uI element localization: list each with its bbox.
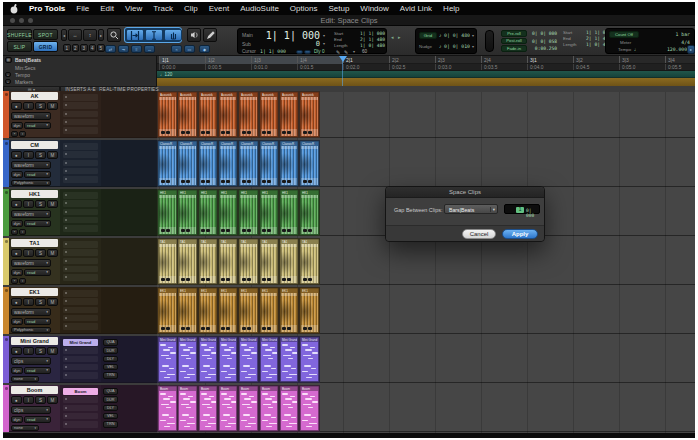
- solo-button[interactable]: S: [35, 151, 46, 159]
- post-roll-value[interactable]: 0| 0| 058: [532, 39, 557, 44]
- clip-ak-2[interactable]: Acoustik: [178, 92, 197, 137]
- solo-button[interactable]: S: [35, 298, 46, 306]
- clip-boom-5[interactable]: Boom: [239, 386, 258, 431]
- clip-hk1-5[interactable]: HK1: [239, 190, 258, 235]
- track-name[interactable]: AK: [11, 92, 58, 100]
- toolbar-option-button-1[interactable]: ⇥: [118, 45, 129, 53]
- rtp-dly[interactable]: DLY: [103, 356, 118, 363]
- audio-zoom-button[interactable]: ↕: [83, 29, 97, 41]
- toolbar-option-button-6[interactable]: ◆: [199, 45, 210, 53]
- clip-cm-8[interactable]: ClassicR: [300, 141, 319, 186]
- record-enable-button[interactable]: ●: [11, 396, 22, 404]
- automation-dyn-button[interactable]: dyn: [11, 318, 23, 325]
- clip-hk1-8[interactable]: HK1: [300, 190, 319, 235]
- insert-slot-c[interactable]: [63, 258, 98, 265]
- zoom-preset-1[interactable]: 1: [63, 44, 71, 52]
- nudge-value[interactable]: 0| 0| 010: [444, 44, 470, 49]
- rtp-vel[interactable]: VEL: [103, 364, 118, 371]
- track-lane[interactable]: ClassicRClassicRClassicRClassicRClassicR…: [157, 140, 695, 187]
- toolbar-divider-handle[interactable]: [485, 30, 494, 52]
- track-view-selector[interactable]: waveform▾: [11, 161, 51, 169]
- menu-item-clip[interactable]: Clip: [184, 4, 198, 13]
- clip-ta1-1[interactable]: TA1: [158, 239, 177, 284]
- clip-hk1-6[interactable]: HK1: [260, 190, 279, 235]
- clip-ta1-4[interactable]: TA1: [219, 239, 238, 284]
- insert-slot-d[interactable]: [63, 413, 98, 420]
- clip-cm-6[interactable]: ClassicR: [260, 141, 279, 186]
- grid-value[interactable]: 0| 0| 480: [444, 33, 470, 38]
- rtp-trn[interactable]: TRN: [103, 421, 118, 428]
- clip-ek1-1[interactable]: EK1: [158, 288, 177, 333]
- track-name[interactable]: CM: [11, 141, 58, 149]
- gap-value-field[interactable]: 1 0| 000: [504, 204, 540, 214]
- insert-slot-b[interactable]: [63, 298, 98, 305]
- zoom-preset-4[interactable]: 4: [89, 44, 97, 52]
- insert-slot-d[interactable]: [63, 364, 98, 371]
- record-enable-button[interactable]: ●: [11, 200, 22, 208]
- menu-item-avid-link[interactable]: Avid Link: [400, 4, 432, 13]
- track-view-selector[interactable]: clips▾: [11, 357, 51, 365]
- clip-ak-5[interactable]: Acoustik: [239, 92, 258, 137]
- elastic-audio-icon[interactable]: ▪: [11, 229, 18, 235]
- clip-ek1-4[interactable]: EK1: [219, 288, 238, 333]
- clip-boom-1[interactable]: Boom: [158, 386, 177, 431]
- min-secs-ruler[interactable]: 0:00.00:00.50:01.00:01.50:02.00:02.50:03…: [157, 64, 695, 71]
- record-enable-button[interactable]: ●: [11, 249, 22, 257]
- tempo-ruler[interactable]: ♩120: [157, 71, 695, 78]
- insert-slot-d[interactable]: [63, 217, 98, 224]
- insert-slot-a[interactable]: [63, 143, 98, 150]
- nudge-dropdown-icon[interactable]: ▾: [472, 44, 474, 49]
- menu-item-view[interactable]: View: [125, 4, 142, 13]
- menu-item-options[interactable]: Options: [290, 4, 318, 13]
- trim-tool-button[interactable]: [126, 29, 144, 41]
- track-lane[interactable]: BoomBoomBoomBoomBoomBoomBoomBoom: [157, 385, 695, 432]
- elastic-audio-selector[interactable]: Polyphonic▾: [11, 327, 51, 334]
- selection-value[interactable]: 2| 1| 480: [360, 37, 385, 42]
- add-tempo-icon[interactable]: +: [5, 72, 11, 77]
- clip-mini-grand-6[interactable]: Mini Grand: [260, 337, 279, 382]
- track-view-selector[interactable]: waveform▾: [11, 210, 51, 218]
- solo-button[interactable]: S: [35, 396, 46, 404]
- cancel-button[interactable]: Cancel: [462, 229, 496, 239]
- pencil-mini-icon[interactable]: ✎: [336, 49, 340, 55]
- edit-mode-grid[interactable]: GRID: [33, 41, 58, 52]
- horizontal-zoom-button[interactable]: ↔: [68, 29, 82, 41]
- track-view-selector[interactable]: waveform▾: [11, 259, 51, 267]
- input-monitor-button[interactable]: I: [23, 200, 34, 208]
- nudge-note-icon[interactable]: ♪: [439, 43, 442, 49]
- pencil-tool-button[interactable]: [203, 28, 217, 42]
- insert-slot-a[interactable]: [63, 290, 98, 297]
- insert-plugin-mini-grand[interactable]: Mini Grand: [63, 339, 98, 346]
- edit-mode-shuffle[interactable]: SHUFFLE: [7, 29, 32, 40]
- mute-button[interactable]: M: [47, 396, 58, 404]
- insert-slot-e[interactable]: [63, 176, 98, 183]
- menu-item-track[interactable]: Track: [153, 4, 173, 13]
- mute-button[interactable]: M: [47, 249, 58, 257]
- insert-plugin-boom[interactable]: Boom: [63, 388, 98, 395]
- clip-boom-7[interactable]: Boom: [280, 386, 299, 431]
- grabber-tool-button[interactable]: [164, 29, 182, 41]
- clip-hk1-1[interactable]: HK1: [158, 190, 177, 235]
- automation-mode-selector[interactable]: read▾: [24, 416, 51, 423]
- grid-note-icon[interactable]: ♪: [439, 32, 442, 38]
- automation-dyn-button[interactable]: dyn: [11, 122, 23, 129]
- selector-tool-button[interactable]: [145, 29, 163, 41]
- automation-mode-selector[interactable]: read▾: [24, 269, 51, 276]
- rtp-qua[interactable]: QUA: [103, 388, 118, 395]
- track-name[interactable]: Boom: [11, 386, 58, 394]
- patch-selector[interactable]: none▾: [11, 376, 39, 383]
- insert-slot-b[interactable]: [63, 151, 98, 158]
- insert-slot-a[interactable]: [63, 241, 98, 248]
- audio-zoom-in-icon[interactable]: ◂: [391, 34, 394, 40]
- clip-mini-grand-2[interactable]: Mini Grand: [178, 337, 197, 382]
- automation-dyn-button[interactable]: dyn: [11, 220, 23, 227]
- solo-button[interactable]: S: [35, 347, 46, 355]
- linearity-dropdown-icon[interactable]: ▾: [353, 49, 355, 54]
- audio-zoom-out-icon[interactable]: ▸: [398, 34, 401, 40]
- clip-mini-grand-1[interactable]: Mini Grand: [158, 337, 177, 382]
- insert-slot-c[interactable]: [63, 356, 98, 363]
- clip-cm-5[interactable]: ClassicR: [239, 141, 258, 186]
- track-freeze-icon[interactable]: ↕: [19, 278, 26, 284]
- clip-mini-grand-5[interactable]: Mini Grand: [239, 337, 258, 382]
- menu-item-help[interactable]: Help: [443, 4, 459, 13]
